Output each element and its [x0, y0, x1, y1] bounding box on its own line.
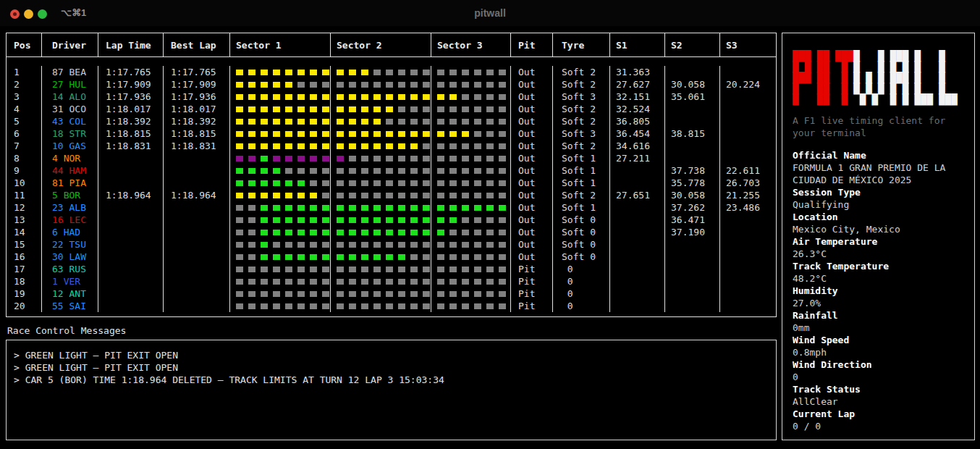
sector-minisector-block [474, 303, 481, 309]
table-row[interactable]: 944 HAMOutSoft 137.73822.611 [7, 164, 776, 177]
sector3-blocks [431, 214, 511, 226]
sector2-blocks [331, 263, 431, 275]
lap-time-cell: 1:17.765 [98, 66, 164, 78]
table-row[interactable]: 314 ALO1:17.9361:17.936OutSoft 332.15135… [7, 91, 776, 103]
table-row[interactable]: 710 GAS1:18.8311:18.831OutSoft 234.616 [7, 140, 776, 152]
sector3-blocks [431, 238, 511, 251]
sector-minisector-block [499, 242, 506, 248]
s3-time-cell [720, 103, 776, 115]
sector-minisector-block [349, 106, 356, 112]
pit-status-cell: Out [511, 238, 553, 251]
sector-minisector-block [486, 217, 494, 223]
sector1-blocks [230, 140, 331, 152]
table-row[interactable]: 2055 SAIPit 0 [7, 300, 776, 312]
lap-time-cell [98, 164, 164, 177]
table-row[interactable]: 227 HUL1:17.9091:17.909OutSoft 227.62730… [7, 78, 776, 91]
table-row[interactable]: 146 HADOutSoft 037.190 [7, 226, 776, 238]
sector-minisector-block [398, 106, 405, 112]
sector-minisector-block [236, 119, 243, 125]
table-row[interactable]: 1763 RUSPit 0 [7, 263, 776, 275]
sector-minisector-block [398, 168, 405, 174]
sector-minisector-block [486, 230, 494, 235]
lap-time-cell: 1:17.936 [98, 91, 164, 103]
sector-minisector-block [310, 254, 317, 260]
sector-minisector-block [248, 131, 255, 137]
table-row[interactable]: 181 VERPit 0 [7, 275, 776, 288]
sector-minisector-block [410, 180, 418, 186]
tyre-cell: Soft 1 [553, 177, 610, 189]
table-row[interactable]: 1223 ALBOutSoft 137.26223.486 [7, 201, 776, 214]
sector-minisector-block [499, 230, 506, 235]
app-tagline: A F1 live timing client for your termina… [793, 114, 965, 139]
sector-minisector-block [261, 193, 268, 198]
s3-time-cell [720, 226, 776, 238]
pit-status-cell: Out [511, 115, 553, 127]
sector-minisector-block [449, 279, 457, 285]
tyre-cell: 0 [553, 300, 610, 312]
table-row[interactable]: 115 BOR1:18.9641:18.964OutSoft 227.65130… [7, 189, 776, 201]
sector3-blocks [431, 103, 511, 115]
sector-minisector-block [437, 156, 444, 161]
sector-minisector-block [486, 82, 494, 88]
driver-cell: 87 BEA [42, 66, 98, 78]
driver-cell: 16 LEC [42, 214, 98, 226]
sector-minisector-block [236, 82, 243, 88]
sector-minisector-block [462, 168, 469, 174]
sector-minisector-block [499, 254, 506, 260]
sector-minisector-block [423, 82, 430, 88]
sector-minisector-block [310, 94, 317, 100]
table-row[interactable]: 84 NOROutSoft 127.211 [7, 152, 776, 164]
table-row[interactable]: 1081 PIAOutSoft 135.77826.703 [7, 177, 776, 189]
field-label: Humidity [793, 285, 965, 297]
table-row[interactable]: 1522 TSUOutSoft 0 [7, 238, 776, 251]
sector-minisector-block [437, 205, 444, 211]
tyre-cell: 0 [553, 288, 610, 300]
sector-minisector-block [236, 156, 243, 161]
sector-minisector-block [236, 217, 243, 223]
best-lap-cell [164, 251, 230, 263]
s3-time-cell: 23.486 [720, 201, 776, 214]
sector-minisector-block [474, 168, 481, 174]
sector-minisector-block [486, 168, 494, 174]
s1-time-cell [610, 263, 665, 275]
sector-minisector-block [474, 119, 481, 125]
sector1-blocks [230, 164, 331, 177]
sector-minisector-block [474, 205, 481, 211]
s1-time-cell: 27.211 [610, 152, 665, 164]
table-row[interactable]: 187 BEA1:17.7651:17.765OutSoft 231.363 [7, 66, 776, 78]
table-row[interactable]: 618 STR1:18.8151:18.815OutSoft 336.45438… [7, 127, 776, 140]
sector-minisector-block [373, 217, 381, 223]
table-row[interactable]: 1316 LECOutSoft 036.471 [7, 214, 776, 226]
lap-time-cell [98, 152, 164, 164]
sector-minisector-block [386, 94, 393, 100]
table-row[interactable]: 431 OCO1:18.0171:18.017OutSoft 232.524 [7, 103, 776, 115]
sector-minisector-block [273, 303, 280, 309]
sector-minisector-block [373, 254, 381, 260]
sector-minisector-block [349, 254, 356, 260]
s3-time-cell: 20.224 [720, 78, 776, 91]
sector-minisector-block [337, 131, 344, 137]
sector-minisector-block [462, 291, 469, 297]
sector-minisector-block [449, 267, 457, 272]
table-row[interactable]: 543 COL1:18.3921:18.392OutSoft 236.805 [7, 115, 776, 127]
sector-minisector-block [297, 303, 305, 309]
table-row[interactable]: 1912 ANTPit 0 [7, 288, 776, 300]
field-value: 0 / 0 [793, 420, 965, 432]
sector-minisector-block [373, 291, 381, 297]
sector-minisector-block [386, 168, 393, 174]
sector2-blocks [331, 214, 431, 226]
sector-minisector-block [273, 106, 280, 112]
header-s1: S1 [610, 33, 665, 56]
sector-minisector-block [486, 143, 494, 149]
field-value: FORMULA 1 GRAN PREMIO DE LA CIUDAD DE MÉ… [793, 161, 965, 186]
sector-minisector-block [423, 70, 430, 75]
sector-minisector-block [499, 119, 506, 125]
header-best-lap: Best Lap [164, 33, 230, 56]
sector-minisector-block [410, 119, 418, 125]
table-row[interactable]: 1630 LAWOutSoft 0 [7, 251, 776, 263]
sector-minisector-block [361, 267, 368, 272]
s2-time-cell [665, 103, 720, 115]
lap-time-cell: 1:18.017 [98, 103, 164, 115]
best-lap-cell: 1:18.815 [164, 127, 230, 140]
sector2-blocks [331, 177, 431, 189]
